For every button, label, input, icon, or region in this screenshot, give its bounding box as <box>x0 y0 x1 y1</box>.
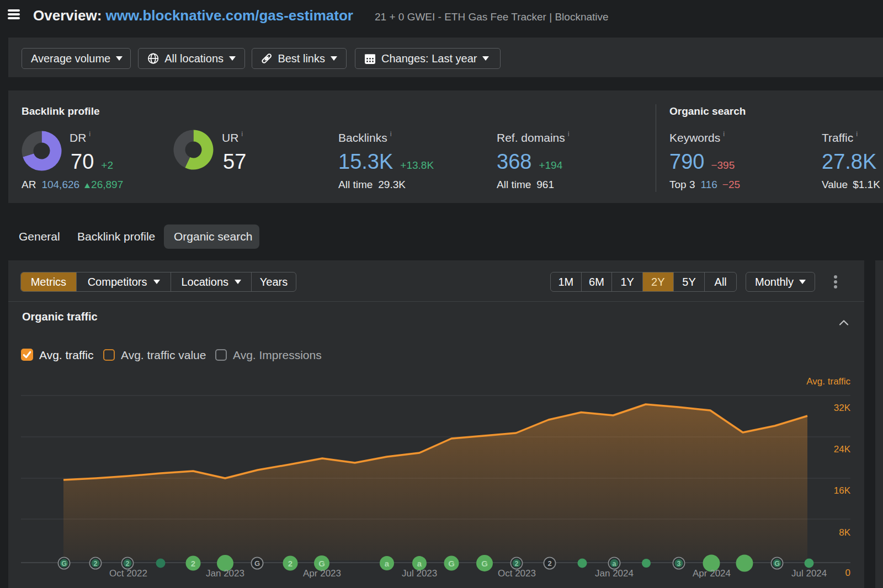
svg-text:G: G <box>481 559 488 568</box>
svg-text:a: a <box>613 560 617 568</box>
svg-text:2: 2 <box>191 559 195 568</box>
svg-text:16K: 16K <box>834 485 851 496</box>
svg-text:3: 3 <box>677 560 681 568</box>
svg-text:2: 2 <box>126 560 130 568</box>
svg-text:8K: 8K <box>839 527 850 538</box>
svg-text:24K: 24K <box>834 444 851 455</box>
svg-text:32K: 32K <box>834 403 851 413</box>
svg-text:G: G <box>254 559 260 568</box>
svg-text:G: G <box>61 560 67 568</box>
svg-text:Avg. traffic: Avg. traffic <box>806 376 850 387</box>
svg-text:G: G <box>448 559 455 568</box>
svg-text:2: 2 <box>94 560 98 568</box>
svg-text:2: 2 <box>515 560 519 568</box>
svg-text:0: 0 <box>845 568 850 578</box>
svg-text:a: a <box>417 559 422 568</box>
svg-text:2: 2 <box>288 559 292 568</box>
svg-text:G: G <box>318 559 325 568</box>
svg-text:G: G <box>774 560 780 568</box>
svg-text:a: a <box>385 559 390 568</box>
svg-text:2: 2 <box>547 559 551 568</box>
